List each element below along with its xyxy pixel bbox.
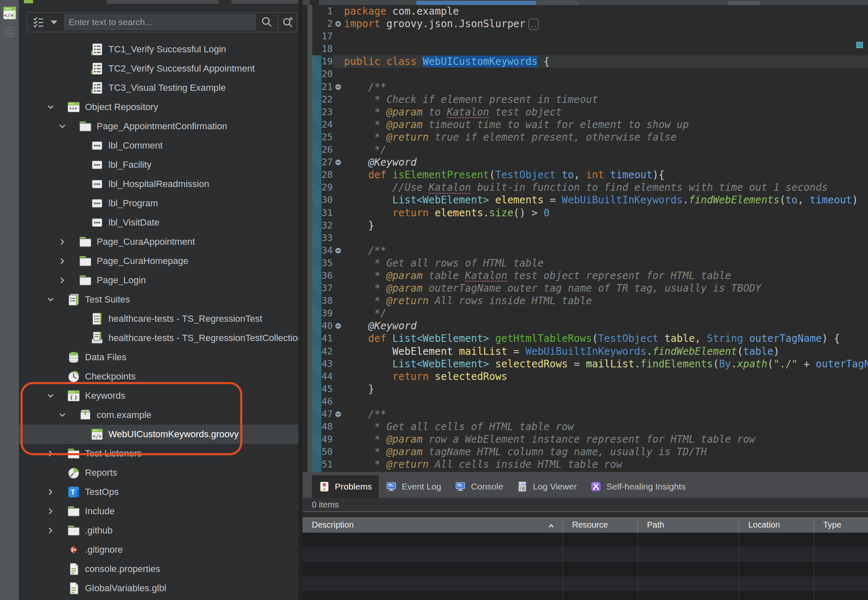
tree-item-lbl-hospitalreadmission[interactable]: lbl_HospitalReadmission [19,174,298,194]
chevron-spacer [68,178,90,190]
code-token: xpath [737,358,767,370]
chevron-spacer [68,428,90,441]
code-text: * Check if element present in timeout [344,93,598,106]
tree-item-healthcare-tests-ts-regressiontest[interactable]: healthcare-tests - TS_RegressionTest [19,309,298,328]
code-token: built-in function to find elements with … [471,182,828,193]
fold-collapse-icon[interactable] [334,158,342,167]
tree-item-label: lbl_Comment [108,140,163,151]
tree-item-test-suites[interactable]: Test Suites [19,290,298,309]
code-token: findElements [640,358,713,370]
code-text: * @return All rows inside HTML table [344,295,592,307]
chevron-down-icon[interactable] [45,101,67,113]
tree-item-reports[interactable]: Reports [19,463,298,482]
chevron-down-icon[interactable] [56,120,78,133]
code-token: outerTagName [749,333,822,344]
tree-item-label: console.properties [85,564,160,574]
code-token: "./" [773,358,798,370]
chevron-down-icon[interactable] [56,409,78,421]
column-header-type[interactable]: Type [814,517,868,533]
code-token: * [344,446,386,458]
code-token [344,333,368,344]
overview-ruler-mark[interactable] [856,42,863,48]
tree-item-test-listeners[interactable]: Test Listeners [19,444,298,463]
tree-item-console-properties[interactable]: console.properties [19,559,298,579]
editor-tab-strip [303,0,868,5]
tree-item-webuicustomkeywords-groovy[interactable]: </>WebUICustomKeywords.groovy [19,425,298,444]
tree-item-tc2-verify-successful-appointment[interactable]: TC2_Verify Successful Appointment [19,59,298,78]
fold-expand-icon[interactable] [334,20,342,28]
checklist-filter-icon[interactable] [32,16,45,28]
dropdown-arrow-icon[interactable] [51,21,57,24]
chevron-right-icon[interactable] [56,274,78,287]
tree-item-tc3-visual-testing-example[interactable]: TC3_Visual Testing Example [19,78,298,97]
chevron-right-icon[interactable] [45,486,67,498]
fold-collapse-icon[interactable] [334,246,342,255]
tree-item-healthcare-tests-ts-regressiontestcollection[interactable]: healthcare-tests - TS_RegressionTestColl… [19,328,298,348]
chevron-down-icon[interactable] [45,390,67,402]
chevron-right-icon[interactable] [56,236,78,248]
column-header-resource[interactable]: Resource [562,517,637,533]
tab-self-healing-insights[interactable]: Self-healing Insights [583,475,692,498]
tree-item-globalvariables-glbl[interactable]: GlobalVariables.glbl [19,579,298,598]
code-token: * Get all rows of HTML table [344,257,544,269]
chevron-right-icon[interactable] [56,255,78,267]
grid-icon[interactable] [3,25,16,38]
svg-text:LOG: LOG [519,482,526,486]
column-header-path[interactable]: Path [637,517,739,533]
chevron-down-icon[interactable] [45,293,67,306]
folder-icon [67,504,86,518]
chevron-right-icon[interactable] [45,505,67,518]
tree-item-lbl-visitdate[interactable]: lbl_VisitDate [19,213,298,232]
line-number: 21 [312,81,333,93]
tree-item-page-login[interactable]: Page_Login [19,271,298,290]
search-input[interactable] [64,14,256,30]
tree-item-data-files[interactable]: Data Files [19,348,298,367]
tab-problems[interactable]: Problems [312,475,379,498]
line-number: 30 [312,194,333,206]
chevron-spacer [68,332,90,344]
panel-divider[interactable] [298,0,303,600]
checklist-icon [32,16,45,28]
code-token: * [344,106,386,118]
tree-item-lbl-program[interactable]: lbl_Program [19,194,298,213]
tree-item-tc1-verify-successful-login[interactable]: TC1_Verify Successful Login [19,40,298,59]
tree-item-github[interactable]: .github [19,521,298,540]
tree-item-include[interactable]: Include [19,502,298,521]
tree-item-page-curaappointment[interactable]: Page_CuraAppointment [19,232,298,251]
code-area[interactable]: 1package com.example2import groovy.json.… [303,5,868,472]
column-header-description[interactable]: Description [303,517,562,533]
fold-collapse-icon[interactable] [334,83,342,91]
test-case-icon [90,81,109,95]
code-text: } [344,383,374,395]
tree-item-page-curahomepage[interactable]: Page_CuraHomepage [19,251,298,271]
tree-item-keywords[interactable]: Keywords [19,386,298,405]
tree-item-com-example[interactable]: com.example [19,405,298,425]
tree-item-gitignore[interactable]: .gitignore [19,540,298,559]
fold-collapse-icon[interactable] [334,322,342,330]
tab-event-log[interactable]: Event Log [379,475,448,498]
chevron-right-icon[interactable] [45,447,67,460]
search-icon[interactable] [261,16,273,28]
advanced-search-icon[interactable] [282,16,295,28]
code-line-32: 32 } [303,219,868,232]
tree-item-page-appointmentconfirmation[interactable]: Page_AppointmentConfirmation [19,117,298,136]
code-line-31: 31 return elements.size() > 0 [303,207,868,219]
code-token: . [483,207,489,219]
tab-console[interactable]: Console [448,475,510,498]
tree-item-object-repository[interactable]: Object Repository [19,97,298,117]
tree-item-lbl-comment[interactable]: lbl_Comment [19,136,298,155]
fold-collapse-icon[interactable] [334,410,342,418]
chevron-right-icon[interactable] [45,524,67,537]
tree-item-testops[interactable]: TTestOps [19,482,298,502]
tree-item-checkpoints[interactable]: Checkpoints [19,367,298,386]
code-text: List<WebElement> elements = WebUiBuiltIn… [344,194,858,206]
chevron-spacer [45,544,67,556]
tab-log-viewer[interactable]: LOGLog Viewer [510,475,583,498]
tree-item-lbl-facility[interactable]: lbl_Facility [19,155,298,174]
editor-tab-fragment [728,1,760,5]
column-header-location[interactable]: Location [739,517,814,533]
code-explorer-icon[interactable]: </> [2,5,17,21]
active-editor-tab-indicator[interactable] [416,1,536,5]
folder-icon [67,446,86,461]
code-text: * @param timeout time to wait for elemen… [344,118,689,131]
